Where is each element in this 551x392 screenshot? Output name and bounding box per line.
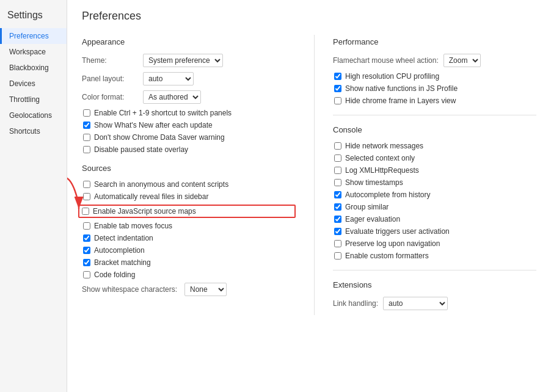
code-folding-label: Code folding: [94, 270, 135, 279]
theme-row: Theme: System preference Light Dark: [82, 54, 296, 67]
appearance-section-header: Appearance: [82, 37, 296, 46]
console-section-header: Console: [333, 125, 536, 134]
bracket-match-row: Bracket matching: [82, 258, 296, 267]
hide-chrome-label: Hide chrome frame in Layers view: [345, 96, 456, 105]
sources-section: Sources Search in anonymous and content …: [82, 164, 296, 296]
flamechart-select[interactable]: Zoom Scroll: [443, 54, 481, 67]
eager-eval-row: Eager evaluation: [333, 215, 536, 223]
high-res-cpu-row: High resolution CPU profiling: [333, 72, 536, 81]
paused-state-row: Disable paused state overlay: [82, 145, 296, 154]
flamechart-row: Flamechart mouse wheel action: Zoom Scro…: [333, 54, 536, 67]
panel-layout-row: Panel layout: auto horizontal vertical: [82, 72, 296, 85]
flamechart-label: Flamechart mouse wheel action:: [333, 56, 439, 65]
selected-ctx-label: Selected context only: [345, 154, 415, 162]
high-res-cpu-label: High resolution CPU profiling: [345, 72, 439, 81]
autocompletion-checkbox[interactable]: [83, 247, 90, 254]
selected-ctx-row: Selected context only: [333, 154, 536, 162]
reveal-sidebar-label: Automatically reveal files in sidebar: [94, 192, 208, 201]
extensions-section-header: Extensions: [333, 280, 536, 289]
custom-fmt-row: Enable custom formatters: [333, 252, 536, 260]
left-column: Appearance Theme: System preference Ligh…: [82, 35, 314, 315]
content-columns: Appearance Theme: System preference Ligh…: [82, 35, 536, 315]
anon-scripts-row: Search in anonymous and content scripts: [82, 180, 296, 189]
data-saver-row: Don't show Chrome Data Saver warning: [82, 133, 296, 142]
sidebar-item-geolocations[interactable]: Geolocations: [0, 107, 67, 123]
theme-select[interactable]: System preference Light Dark: [143, 54, 223, 67]
sidebar-item-throttling[interactable]: Throttling: [0, 92, 67, 107]
tab-focus-row: Enable tab moves focus: [82, 222, 296, 230]
native-funcs-row: Show native functions in JS Profile: [333, 84, 536, 93]
divider-1: [333, 115, 536, 115]
sidebar-item-devices[interactable]: Devices: [0, 76, 67, 92]
hide-network-checkbox[interactable]: [334, 142, 341, 150]
hide-chrome-checkbox[interactable]: [334, 97, 341, 104]
tab-focus-checkbox[interactable]: [83, 222, 90, 230]
js-source-maps-row: Enable JavaScript source maps: [78, 205, 296, 218]
link-handling-select[interactable]: auto Open in editor: [383, 297, 448, 310]
log-xml-row: Log XMLHttpRequests: [333, 166, 536, 175]
high-res-cpu-checkbox[interactable]: [334, 73, 341, 80]
eval-triggers-checkbox[interactable]: [334, 228, 341, 235]
hide-chrome-row: Hide chrome frame in Layers view: [333, 96, 536, 105]
paused-state-label: Disable paused state overlay: [94, 145, 188, 154]
sidebar-item-workspace[interactable]: Workspace: [0, 44, 67, 60]
timestamps-label: Show timestamps: [345, 178, 403, 187]
ctrl19-checkbox[interactable]: [83, 109, 90, 117]
group-similar-label: Group similar: [345, 203, 389, 211]
preserve-log-checkbox[interactable]: [334, 240, 341, 247]
hide-network-row: Hide network messages: [333, 142, 536, 150]
log-xml-label: Log XMLHttpRequests: [345, 166, 419, 175]
timestamps-row: Show timestamps: [333, 178, 536, 187]
bracket-match-checkbox[interactable]: [83, 259, 90, 266]
js-source-maps-checkbox[interactable]: [82, 208, 89, 215]
native-funcs-label: Show native functions in JS Profile: [345, 84, 458, 93]
eval-triggers-row: Evaluate triggers user activation: [333, 227, 536, 236]
whats-new-checkbox[interactable]: [83, 122, 90, 129]
color-format-select[interactable]: As authored HEX RGB HSL: [143, 90, 201, 104]
group-similar-row: Group similar: [333, 203, 536, 211]
whitespace-select[interactable]: None All Trailing: [184, 283, 227, 296]
panel-layout-label: Panel layout:: [82, 74, 143, 83]
settings-title: Settings: [0, 5, 67, 28]
selected-ctx-checkbox[interactable]: [334, 154, 341, 162]
log-xml-checkbox[interactable]: [334, 167, 341, 174]
anon-scripts-checkbox[interactable]: [83, 181, 90, 188]
preserve-log-row: Preserve log upon navigation: [333, 239, 536, 248]
autocompletion-row: Autocompletion: [82, 246, 296, 255]
eval-triggers-label: Evaluate triggers user activation: [345, 227, 450, 236]
eager-eval-checkbox[interactable]: [334, 216, 341, 223]
whats-new-row: Show What's New after each update: [82, 121, 296, 129]
divider-2: [333, 270, 536, 270]
link-handling-row: Link handling: auto Open in editor: [333, 297, 536, 310]
native-funcs-checkbox[interactable]: [334, 85, 341, 92]
color-format-row: Color format: As authored HEX RGB HSL: [82, 90, 296, 104]
timestamps-checkbox[interactable]: [334, 179, 341, 186]
preserve-log-label: Preserve log upon navigation: [345, 239, 440, 248]
panel-layout-select[interactable]: auto horizontal vertical: [143, 72, 194, 85]
sidebar-item-shortcuts[interactable]: Shortcuts: [0, 123, 67, 139]
code-folding-checkbox[interactable]: [83, 271, 90, 278]
sidebar-item-blackboxing[interactable]: Blackboxing: [0, 60, 67, 76]
bracket-match-label: Bracket matching: [94, 258, 151, 267]
data-saver-checkbox[interactable]: [83, 134, 90, 141]
reveal-sidebar-checkbox[interactable]: [83, 193, 90, 200]
whats-new-label: Show What's New after each update: [94, 121, 213, 129]
group-similar-checkbox[interactable]: [334, 203, 341, 211]
arrow-container: Enable JavaScript source maps: [82, 205, 296, 218]
sidebar-item-preferences[interactable]: Preferences: [0, 28, 67, 44]
reveal-sidebar-row: Automatically reveal files in sidebar: [82, 192, 296, 201]
paused-state-checkbox[interactable]: [83, 146, 90, 153]
link-handling-label: Link handling:: [333, 299, 378, 308]
whitespace-row: Show whitespace characters: None All Tra…: [82, 283, 296, 296]
custom-fmt-checkbox[interactable]: [334, 252, 341, 260]
eager-eval-label: Eager evaluation: [345, 215, 400, 223]
autocomplete-hist-row: Autocomplete from history: [333, 191, 536, 199]
theme-label: Theme:: [82, 56, 143, 65]
js-source-maps-label: Enable JavaScript source maps: [93, 207, 196, 216]
whitespace-label: Show whitespace characters:: [82, 285, 180, 294]
detect-indent-row: Detect indentation: [82, 234, 296, 242]
detect-indent-checkbox[interactable]: [83, 234, 90, 242]
right-column: Performance Flamechart mouse wheel actio…: [314, 35, 536, 315]
main-content: Preferences Appearance Theme: System pre…: [67, 0, 551, 392]
autocomplete-hist-checkbox[interactable]: [334, 191, 341, 198]
